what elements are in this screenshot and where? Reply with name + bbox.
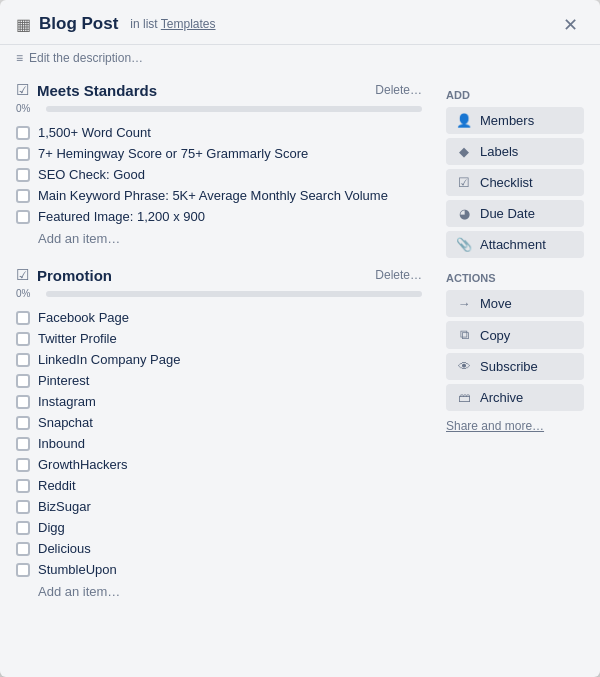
- checklist-icon-0: ☑: [16, 81, 29, 99]
- checkbox-1-6[interactable]: [16, 437, 30, 451]
- labels-button[interactable]: ◆ Labels: [446, 138, 584, 165]
- item-label-1-11: Delicious: [38, 541, 91, 556]
- card-header: ▦ Blog Post in list Templates ✕: [0, 0, 600, 45]
- checklist-icon-1: ☑: [16, 266, 29, 284]
- actions-section-title: Actions: [446, 272, 584, 284]
- description-icon: ≡: [16, 51, 23, 65]
- checklist-items-1: Facebook Page Twitter Profile LinkedIn C…: [16, 307, 430, 580]
- checkbox-1-12[interactable]: [16, 563, 30, 577]
- card-subtitle: in list Templates: [130, 17, 215, 31]
- archive-button[interactable]: 🗃 Archive: [446, 384, 584, 411]
- checkbox-1-4[interactable]: [16, 395, 30, 409]
- checkbox-1-2[interactable]: [16, 353, 30, 367]
- checkbox-0-4[interactable]: [16, 210, 30, 224]
- add-section-title: Add: [446, 89, 584, 101]
- list-item: LinkedIn Company Page: [16, 349, 430, 370]
- add-item-row-0[interactable]: Add an item…: [38, 227, 430, 250]
- list-item: Pinterest: [16, 370, 430, 391]
- item-label-1-1: Twitter Profile: [38, 331, 117, 346]
- move-button[interactable]: → Move: [446, 290, 584, 317]
- due-date-button[interactable]: ◕ Due Date: [446, 200, 584, 227]
- attachment-label: Attachment: [480, 237, 546, 252]
- checklist-title-1: Promotion: [37, 267, 112, 284]
- members-label: Members: [480, 113, 534, 128]
- close-button[interactable]: ✕: [557, 14, 584, 36]
- list-item: 7+ Hemingway Score or 75+ Grammarly Scor…: [16, 143, 430, 164]
- subscribe-label: Subscribe: [480, 359, 538, 374]
- attachment-icon: 📎: [456, 237, 472, 252]
- copy-icon: ⧉: [456, 327, 472, 343]
- subscribe-button[interactable]: 👁 Subscribe: [446, 353, 584, 380]
- checkbox-1-9[interactable]: [16, 500, 30, 514]
- checkbox-1-11[interactable]: [16, 542, 30, 556]
- item-label-0-4: Featured Image: 1,200 x 900: [38, 209, 205, 224]
- progress-pct-1: 0%: [16, 288, 38, 299]
- progress-bar-bg-1: [46, 291, 422, 297]
- add-item-row-1[interactable]: Add an item…: [38, 580, 430, 603]
- list-item: Featured Image: 1,200 x 900: [16, 206, 430, 227]
- move-icon: →: [456, 296, 472, 311]
- list-item: Snapchat: [16, 412, 430, 433]
- delete-link-1[interactable]: Delete…: [375, 268, 422, 282]
- checkbox-1-7[interactable]: [16, 458, 30, 472]
- subscribe-icon: 👁: [456, 359, 472, 374]
- checkbox-0-0[interactable]: [16, 126, 30, 140]
- checkbox-0-3[interactable]: [16, 189, 30, 203]
- members-icon: 👤: [456, 113, 472, 128]
- checkbox-1-5[interactable]: [16, 416, 30, 430]
- description-placeholder: Edit the description…: [29, 51, 143, 65]
- item-label-0-1: 7+ Hemingway Score or 75+ Grammarly Scor…: [38, 146, 308, 161]
- attachment-button[interactable]: 📎 Attachment: [446, 231, 584, 258]
- list-item: Main Keyword Phrase: 5K+ Average Monthly…: [16, 185, 430, 206]
- due-date-label: Due Date: [480, 206, 535, 221]
- progress-row-0: 0%: [16, 103, 430, 114]
- copy-label: Copy: [480, 328, 510, 343]
- checkbox-0-1[interactable]: [16, 147, 30, 161]
- item-label-1-12: StumbleUpon: [38, 562, 117, 577]
- checklist-button[interactable]: ☑ Checklist: [446, 169, 584, 196]
- move-label: Move: [480, 296, 512, 311]
- item-label-1-2: LinkedIn Company Page: [38, 352, 180, 367]
- list-item: Facebook Page: [16, 307, 430, 328]
- archive-label: Archive: [480, 390, 523, 405]
- checklist-icon: ☑: [456, 175, 472, 190]
- description-row[interactable]: ≡ Edit the description…: [0, 45, 600, 73]
- delete-link-0[interactable]: Delete…: [375, 83, 422, 97]
- checklist-items-0: 1,500+ Word Count 7+ Hemingway Score or …: [16, 122, 430, 227]
- sidebar: Add 👤 Members ◆ Labels ☑ Checklist ◕ Due…: [430, 81, 600, 669]
- card-header-left: ▦ Blog Post in list Templates: [16, 14, 216, 34]
- add-item-label-0: Add an item…: [38, 231, 120, 246]
- list-item: GrowthHackers: [16, 454, 430, 475]
- list-item: BizSugar: [16, 496, 430, 517]
- progress-bar-bg-0: [46, 106, 422, 112]
- archive-icon: 🗃: [456, 390, 472, 405]
- checkbox-1-8[interactable]: [16, 479, 30, 493]
- item-label-1-7: GrowthHackers: [38, 457, 128, 472]
- list-item: Twitter Profile: [16, 328, 430, 349]
- list-item: Delicious: [16, 538, 430, 559]
- item-label-0-2: SEO Check: Good: [38, 167, 145, 182]
- list-item: SEO Check: Good: [16, 164, 430, 185]
- members-button[interactable]: 👤 Members: [446, 107, 584, 134]
- card-title-icon: ▦: [16, 15, 31, 34]
- labels-label: Labels: [480, 144, 518, 159]
- list-link[interactable]: Templates: [161, 17, 216, 31]
- checkbox-0-2[interactable]: [16, 168, 30, 182]
- checkbox-1-10[interactable]: [16, 521, 30, 535]
- checkbox-1-0[interactable]: [16, 311, 30, 325]
- checkbox-1-3[interactable]: [16, 374, 30, 388]
- checklist-header-1: ☑ Promotion Delete…: [16, 266, 430, 284]
- item-label-1-0: Facebook Page: [38, 310, 129, 325]
- list-item: Reddit: [16, 475, 430, 496]
- checklist-promotion: ☑ Promotion Delete… 0% Facebook Page: [16, 266, 430, 603]
- checkbox-1-1[interactable]: [16, 332, 30, 346]
- item-label-1-6: Inbound: [38, 436, 85, 451]
- item-label-1-4: Instagram: [38, 394, 96, 409]
- share-link[interactable]: Share and more…: [446, 419, 584, 433]
- list-item: StumbleUpon: [16, 559, 430, 580]
- main-content: ☑ Meets Standards Delete… 0% 1,500+ Word…: [0, 81, 430, 669]
- card-modal: ▦ Blog Post in list Templates ✕ ≡ Edit t…: [0, 0, 600, 677]
- list-item: 1,500+ Word Count: [16, 122, 430, 143]
- copy-button[interactable]: ⧉ Copy: [446, 321, 584, 349]
- list-item: Digg: [16, 517, 430, 538]
